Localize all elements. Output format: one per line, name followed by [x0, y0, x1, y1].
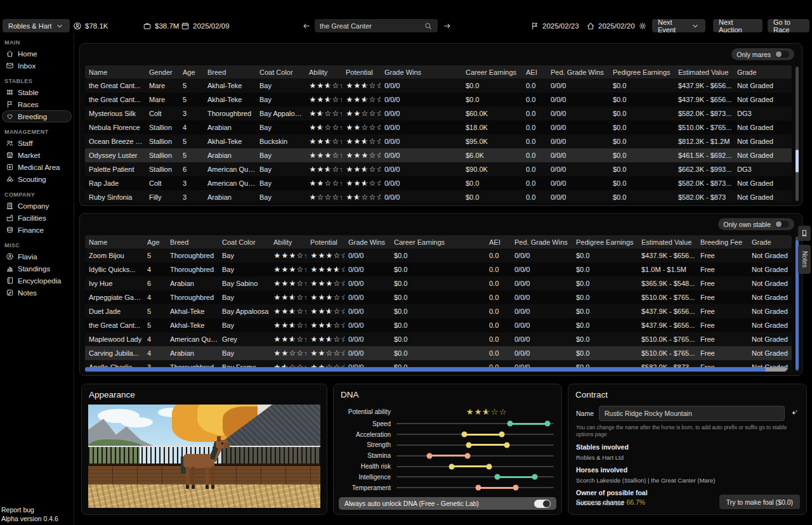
auto-unlock-dna-bar[interactable]: Always auto unlock DNA (Free - Genetic L… [339, 497, 556, 510]
sidebar-item-facilities[interactable]: Facilities [2, 212, 72, 224]
history-back-button[interactable] [302, 19, 311, 32]
dna-slider-track[interactable] [396, 444, 554, 446]
table-row[interactable]: Zoom Bijou5ThoroughbredBay★★★☆☆★★★☆☆0/0/… [85, 249, 792, 262]
dna-slider-track[interactable] [396, 434, 554, 435]
dna-title: DNA [341, 390, 561, 399]
next-event-label: Next Event [658, 18, 687, 34]
only-mares-toggle[interactable]: Only mares [731, 48, 794, 60]
table-row[interactable]: Arpeggiate Gan...4ThoroughbredBay★★☆★☆☆★… [85, 290, 792, 304]
bookmark-button[interactable] [798, 226, 811, 241]
column-header-name[interactable]: Name [85, 235, 143, 249]
column-header-breeding_fee[interactable]: Breeding Fee [697, 235, 748, 249]
table-row[interactable]: Ruby SinfoniaFilly3ArabianBay★☆☆☆☆★☆★☆☆☆… [85, 190, 792, 202]
column-header-name[interactable]: Name [85, 65, 145, 79]
column-header-coat[interactable]: Coat Color [256, 65, 305, 79]
column-header-aei[interactable]: AEI [485, 235, 511, 249]
notes-side-tab[interactable]: Notes [798, 245, 811, 274]
column-header-age[interactable]: Age [179, 65, 204, 79]
only-own-stable-switch[interactable] [775, 221, 789, 228]
column-header-grade[interactable]: Grade [733, 65, 792, 79]
column-header-estimated_value[interactable]: Estimated Value [674, 65, 733, 79]
table-row[interactable]: the Great Cant...5Akhal-TekeBay★★☆★☆☆★★☆… [85, 318, 792, 332]
sidebar-item-flavia[interactable]: Flavia [2, 250, 72, 262]
sidebar-item-scouting[interactable]: Scouting [2, 173, 72, 185]
column-header-age[interactable]: Age [143, 235, 166, 249]
make-foal-button[interactable]: Try to make foal ($0.0) [719, 495, 800, 509]
studs-horizontal-scrollbar[interactable] [85, 367, 787, 372]
table-row[interactable]: Nebula FlorenceStallion4ArabianBay★☆★☆☆☆… [85, 120, 792, 134]
next-event-dropdown[interactable]: Next Event [652, 19, 705, 32]
arrow-right-icon [443, 22, 452, 30]
column-header-gender[interactable]: Gender [145, 65, 179, 79]
column-header-ability[interactable]: Ability [305, 65, 342, 79]
dna-slider-track[interactable] [396, 476, 554, 477]
dna-slider-track[interactable] [396, 423, 554, 424]
dna-slider-track[interactable] [396, 487, 554, 488]
foal-name-input[interactable] [599, 406, 785, 421]
column-header-breed[interactable]: Breed [204, 65, 256, 79]
gear-icon [638, 22, 647, 30]
sidebar-item-inbox[interactable]: Inbox [2, 60, 72, 72]
go-to-race-button[interactable]: Go to Race [768, 19, 809, 32]
column-header-career_earnings[interactable]: Career Earnings [462, 65, 522, 79]
sidebar-item-market[interactable]: Market [2, 149, 72, 161]
auto-unlock-dna-switch[interactable] [534, 500, 551, 508]
player-cash: $78.1K [73, 19, 108, 32]
next-race-date-value: 2025/02/23 [542, 22, 579, 30]
sidebar-item-medical-area[interactable]: Medical Area [2, 161, 72, 173]
mares-vertical-scrollbar[interactable] [796, 67, 799, 201]
sidebar-item-breeding[interactable]: Breeding [2, 110, 72, 122]
foal-name-label: Name [576, 410, 594, 417]
sidebar-item-stable[interactable]: Stable [2, 86, 72, 98]
column-header-potential[interactable]: Potential [306, 235, 344, 249]
history-forward-button[interactable] [443, 19, 452, 32]
column-header-potential[interactable]: Potential [342, 65, 381, 79]
random-name-icon[interactable] [790, 409, 799, 418]
only-own-stable-toggle[interactable]: Only own stable [718, 218, 794, 230]
table-row[interactable]: the Great Cant...Mare5Akhal-TekeBay★★☆★☆… [85, 79, 792, 93]
next-auction-button[interactable]: Next Auction [713, 19, 763, 32]
only-mares-switch[interactable] [775, 51, 789, 58]
report-bug-link[interactable]: Report bug [1, 505, 58, 514]
table-row[interactable]: Carving Jubila...4ArabianBay★★☆☆☆★★☆☆☆0/… [85, 346, 792, 360]
stable-selector-dropdown[interactable]: Robles & Hart L... [3, 19, 70, 32]
column-header-pedigree_earnings[interactable]: Pedigree Earnings [572, 235, 638, 249]
search-input[interactable] [320, 22, 424, 30]
table-row[interactable]: Ivy Hue6ArabianBay Sabino★★★☆☆★★★☆☆0/0/0… [85, 276, 792, 290]
dna-slider-track[interactable] [396, 466, 554, 467]
table-row[interactable]: the Great Cant...Mare5Akhal-TekeBay★★☆★☆… [85, 93, 792, 107]
column-header-estimated_value[interactable]: Estimated Value [638, 235, 697, 249]
sidebar-item-company[interactable]: Company [2, 200, 72, 212]
next-race-date: 2025/02/23 [530, 19, 579, 32]
sidebar-item-finance[interactable]: Finance [2, 224, 72, 236]
table-row[interactable]: Idyllic Quicks...4ThoroughbredBay★★★☆☆★★… [85, 262, 792, 276]
table-row[interactable]: Duet Jade5Akhal-TekeBay Appaloosa★★☆★☆☆★… [85, 304, 792, 318]
table-row[interactable]: Odyssey LusterStallion5ArabianBay★★★☆☆★★… [85, 148, 792, 162]
sidebar-item-encyclopedia[interactable]: Encyclopedia [2, 275, 72, 287]
column-header-grade[interactable]: Grade [748, 235, 792, 249]
search-box[interactable] [315, 19, 438, 32]
sidebar-item-notes[interactable]: Notes [2, 287, 72, 299]
table-row[interactable]: Rap JadeColt3American Quart...Bay★★☆☆☆★★… [85, 176, 792, 190]
sidebar-item-home[interactable]: Home [2, 48, 72, 60]
table-row[interactable]: Ocean Breeze S...Stallion5Akhal-TekeBuck… [85, 134, 792, 148]
sidebar-item-standings[interactable]: Standings [2, 262, 72, 275]
table-row[interactable]: Maplewood Lady4American Quart...Grey★★☆★… [85, 332, 792, 346]
sidebar-item-staff[interactable]: Staff [2, 137, 72, 149]
potential-ability-label: Potential ability [340, 408, 391, 415]
column-header-ability[interactable]: Ability [270, 235, 306, 249]
column-header-grade_wins[interactable]: Grade Wins [381, 65, 462, 79]
column-header-ped_grade_wins[interactable]: Ped. Grade Wins [511, 235, 572, 249]
dna-slider-track[interactable] [396, 455, 554, 457]
column-header-breed[interactable]: Breed [166, 235, 218, 249]
column-header-coat[interactable]: Coat Color [218, 235, 270, 249]
column-header-ped_grade_wins[interactable]: Ped. Grade Wins [547, 65, 609, 79]
table-row[interactable]: Palette PatientStallion6American Quart..… [85, 162, 792, 176]
column-header-grade_wins[interactable]: Grade Wins [344, 235, 390, 249]
sidebar-item-races[interactable]: Races [2, 98, 72, 110]
table-row[interactable]: Mysterious SilkColt3ThoroughbredBay Appa… [85, 107, 792, 120]
column-header-aei[interactable]: AEI [522, 65, 547, 79]
column-header-pedigree_earnings[interactable]: Pedigree Earnings [609, 65, 674, 79]
settings-button[interactable] [638, 19, 647, 32]
column-header-career_earnings[interactable]: Career Earnings [390, 235, 485, 249]
